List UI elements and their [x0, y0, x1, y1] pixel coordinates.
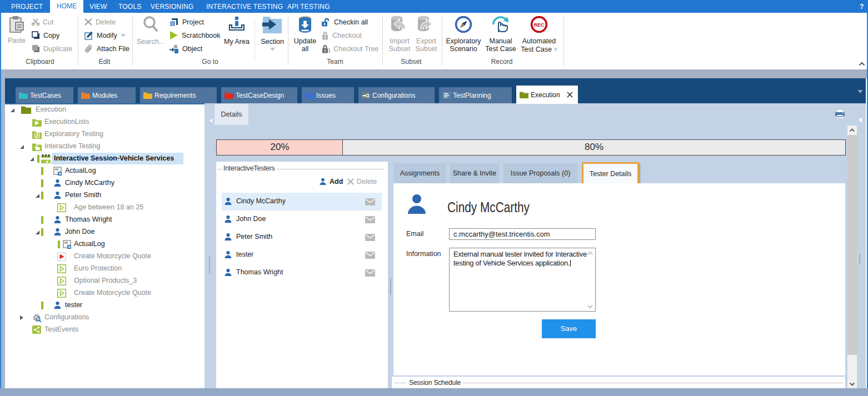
svg-text:REC: REC: [533, 22, 545, 28]
